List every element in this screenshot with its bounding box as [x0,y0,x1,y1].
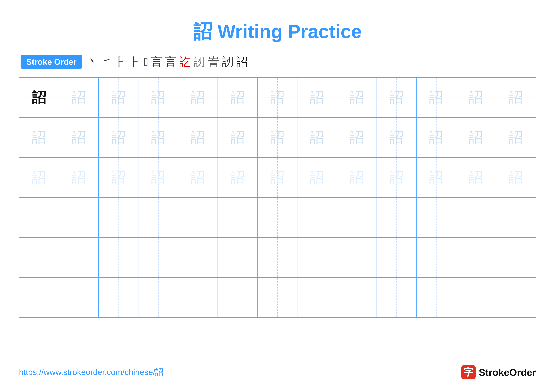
grid-cell[interactable] [456,198,496,237]
char-light: 詔 [191,90,205,105]
grid-cell[interactable] [258,198,297,237]
grid-cell[interactable] [496,238,536,277]
grid-cell[interactable]: 詔 [377,158,416,197]
char-light: 詔 [270,90,285,105]
grid-cell[interactable] [59,238,99,277]
stroke-2: ㇀ [101,54,113,69]
grid-cell[interactable]: 詔 [297,118,337,157]
char-lighter: 詔 [350,171,364,185]
grid-cell[interactable]: 詔 [337,78,377,117]
grid-cell[interactable]: 詔 [139,158,178,197]
grid-cell[interactable]: 詔 [178,158,218,197]
grid-cell[interactable] [139,238,178,277]
grid-cell[interactable] [178,238,218,277]
grid-cell[interactable] [496,278,536,317]
grid-cell[interactable]: 詔 [99,118,139,157]
grid-cell[interactable]: 詔 [218,158,258,197]
grid-cell[interactable]: 詔 [456,118,496,157]
grid-cell[interactable]: 詔 [258,158,297,197]
char-dark: 詔 [32,90,46,105]
grid-cell[interactable] [496,198,536,237]
grid-cell[interactable] [297,278,337,317]
grid-cell[interactable]: 詔 [59,158,99,197]
stroke-6: 言 [151,54,162,69]
grid-cell[interactable]: 詔 [337,158,377,197]
grid-cell[interactable] [178,198,218,237]
grid-cell[interactable]: 詔 [59,118,99,157]
grid-cell[interactable] [297,238,337,277]
char-light: 詔 [72,130,86,145]
grid-cell[interactable] [456,278,496,317]
grid-cell[interactable] [139,278,178,317]
grid-cell[interactable] [337,278,377,317]
grid-cell[interactable]: 詔 [139,78,178,117]
char-lighter: 詔 [191,171,205,185]
char-light: 詔 [310,90,324,105]
grid-cell[interactable]: 詔 [218,78,258,117]
grid-cell[interactable] [218,238,258,277]
grid-cell[interactable] [178,278,218,317]
grid-cell[interactable] [59,198,99,237]
grid-cell[interactable]: 詔 [19,78,59,117]
stroke-chars: 丶 ㇀ ⺊ ⺊ 𠃋 言 言 訖 訒 訔 訒 詔 [87,54,248,69]
grid-cell[interactable]: 詔 [59,78,99,117]
grid-cell[interactable]: 詔 [377,78,416,117]
grid-cell[interactable] [99,238,139,277]
grid-cell[interactable]: 詔 [139,118,178,157]
grid-cell[interactable]: 詔 [416,118,456,157]
grid-cell[interactable] [377,238,416,277]
page: 詔 Writing Practice Stroke Order 丶 ㇀ ⺊ ⺊ … [0,0,555,392]
grid-cell[interactable]: 詔 [496,118,536,157]
grid-cell[interactable]: 詔 [297,78,337,117]
grid-cell[interactable] [377,278,416,317]
grid-cell[interactable] [99,198,139,237]
grid-cell[interactable]: 詔 [19,158,59,197]
grid-cell[interactable]: 詔 [258,78,297,117]
stroke-5: 𠃋 [144,55,148,68]
grid-cell[interactable]: 詔 [218,118,258,157]
grid-cell[interactable]: 詔 [496,158,536,197]
grid-cell[interactable] [456,238,496,277]
char-light: 詔 [509,130,523,145]
grid-cell[interactable] [218,198,258,237]
grid-cell[interactable]: 詔 [416,78,456,117]
practice-grid: 詔 詔 詔 詔 詔 詔 詔 詔 詔 詔 詔 詔 詔 詔 詔 詔 詔 詔 詔 詔 … [19,77,536,318]
grid-cell[interactable] [218,278,258,317]
grid-cell[interactable] [337,238,377,277]
grid-cell[interactable] [258,278,297,317]
grid-cell[interactable] [416,238,456,277]
stroke-3: ⺊ [116,54,127,69]
grid-cell[interactable]: 詔 [337,118,377,157]
grid-cell[interactable] [297,198,337,237]
grid-cell[interactable]: 詔 [456,78,496,117]
grid-cell[interactable] [19,278,59,317]
grid-cell[interactable] [416,198,456,237]
grid-cell[interactable]: 詔 [99,78,139,117]
logo-text: StrokeOrder [479,367,536,378]
grid-cell[interactable] [377,198,416,237]
grid-cell[interactable]: 詔 [258,118,297,157]
grid-cell[interactable]: 詔 [178,118,218,157]
char-light: 詔 [469,130,483,145]
grid-cell[interactable] [99,278,139,317]
grid-cell[interactable]: 詔 [297,158,337,197]
title-char: 詔 [193,21,212,42]
grid-cell[interactable] [416,278,456,317]
grid-cell[interactable]: 詔 [377,118,416,157]
footer-url[interactable]: https://www.strokeorder.com/chinese/詔 [19,367,163,378]
grid-cell[interactable] [139,198,178,237]
grid-cell[interactable]: 詔 [456,158,496,197]
char-lighter: 詔 [151,171,165,185]
grid-cell[interactable] [258,238,297,277]
grid-cell[interactable]: 詔 [496,78,536,117]
grid-row-5 [19,238,536,278]
stroke-9: 訒 [194,54,205,69]
grid-cell[interactable]: 詔 [99,158,139,197]
grid-cell[interactable] [19,238,59,277]
grid-cell[interactable] [59,278,99,317]
grid-cell[interactable]: 詔 [416,158,456,197]
grid-cell[interactable]: 詔 [19,118,59,157]
grid-cell[interactable] [337,198,377,237]
grid-cell[interactable] [19,198,59,237]
grid-cell[interactable]: 詔 [178,78,218,117]
